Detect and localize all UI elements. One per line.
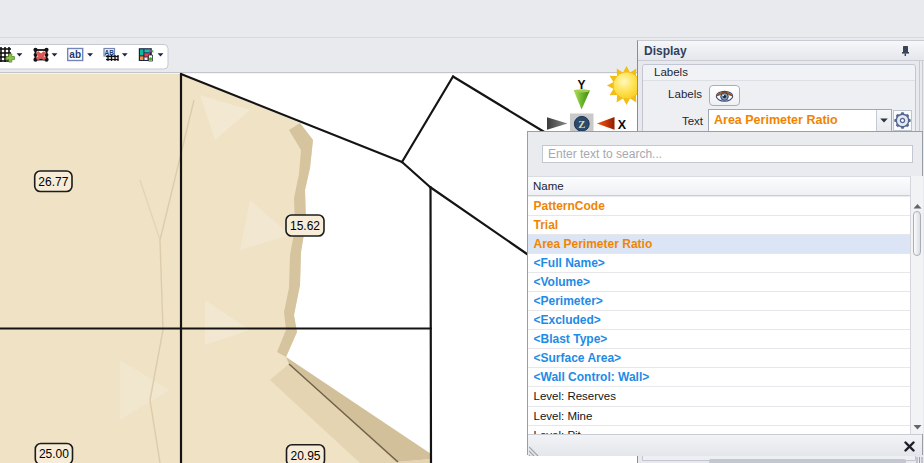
svg-text:20.95: 20.95 [290, 449, 320, 463]
svg-text:Z: Z [578, 119, 585, 130]
svg-text:ab: ab [69, 49, 81, 60]
svg-text:26.77: 26.77 [38, 175, 68, 189]
svg-text:AB: AB [105, 49, 115, 56]
svg-text:25.00: 25.00 [39, 447, 69, 461]
svg-text:X: X [618, 118, 627, 132]
svg-text:15.62: 15.62 [290, 219, 320, 233]
